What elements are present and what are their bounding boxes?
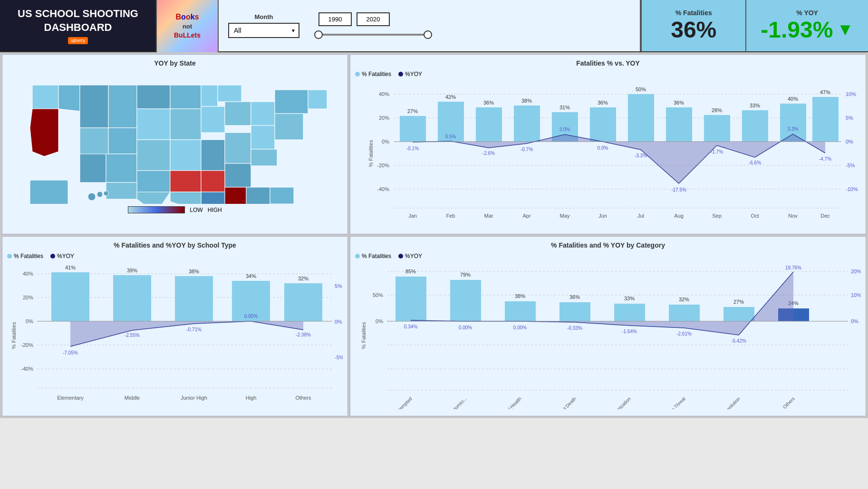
svg-text:Nov: Nov <box>788 213 798 219</box>
bar-victimization <box>614 304 645 321</box>
svg-text:85%: 85% <box>405 268 416 274</box>
svg-text:Dec: Dec <box>820 213 830 219</box>
svg-text:0%: 0% <box>846 139 853 144</box>
legend-dot-school-yoy <box>50 254 55 259</box>
svg-text:-5.42%: -5.42% <box>731 338 746 344</box>
svg-text:-2.61%: -2.61% <box>676 331 692 336</box>
bar-dec <box>812 97 839 142</box>
svg-text:28%: 28% <box>712 107 722 113</box>
svg-text:Junior High: Junior High <box>181 395 207 401</box>
year-slider[interactable] <box>318 30 428 39</box>
header-image: Books not BuLLets <box>157 0 219 52</box>
svg-text:-3.3%: -3.3% <box>635 153 647 158</box>
slider-thumb-right[interactable] <box>424 30 432 39</box>
svg-text:-5%: -5% <box>335 355 343 360</box>
svg-text:20%: 20% <box>379 115 389 121</box>
main-content: YOY by State <box>0 52 868 418</box>
bar-conflicts <box>723 307 754 321</box>
svg-text:-6.6%: -6.6% <box>749 160 761 165</box>
svg-text:-5%: -5% <box>846 163 855 168</box>
bar-others-school <box>284 283 322 321</box>
state-hi-2 <box>97 192 103 197</box>
legend-label-yoy: %YOY <box>405 71 422 77</box>
state-nj-ct <box>275 114 303 140</box>
svg-text:Jul: Jul <box>637 213 644 219</box>
year-from-input[interactable] <box>318 12 352 26</box>
slider-thumb-left[interactable] <box>314 30 323 39</box>
state-tn <box>201 171 225 192</box>
year-to-input[interactable] <box>357 12 390 26</box>
svg-text:38%: 38% <box>189 268 199 274</box>
svg-text:-1.7%: -1.7% <box>711 149 723 154</box>
yoy-stat: % YOY -1.93% ▼ <box>745 0 868 51</box>
svg-text:Jun: Jun <box>598 213 607 219</box>
map-legend-low: LOW <box>190 207 203 213</box>
svg-text:Others: Others <box>782 396 796 409</box>
svg-text:Aug: Aug <box>674 213 684 219</box>
svg-text:0.34%: 0.34% <box>404 324 417 329</box>
svg-text:50%: 50% <box>373 292 383 298</box>
svg-text:33%: 33% <box>750 103 760 108</box>
legend-fatalities: % Fatalities <box>355 71 391 77</box>
bar-suicide <box>395 277 426 321</box>
svg-text:40%: 40% <box>379 91 389 97</box>
title-panel: US SCHOOL SHOOTING DASHBOARD iaberry <box>0 0 157 51</box>
legend-dot-cat-fatalities <box>355 254 360 259</box>
legend-yoy: %YOY <box>398 71 422 77</box>
bar-sep <box>704 115 730 142</box>
legend-label-school-fatalities: % Fatalities <box>14 253 43 259</box>
svg-text:Sep: Sep <box>712 213 722 219</box>
svg-text:-40%: -40% <box>21 366 33 372</box>
legend-dot-cat-yoy <box>398 254 403 259</box>
state-id2 <box>108 128 137 154</box>
state-ks <box>137 140 170 171</box>
state-ia <box>170 109 201 140</box>
legend-dot-fatalities <box>355 72 360 77</box>
svg-text:40%: 40% <box>788 96 798 102</box>
svg-text:0.0%: 0.0% <box>598 145 608 151</box>
svg-text:-0.71%: -0.71% <box>186 327 202 332</box>
legend-label-cat-yoy: %YOY <box>405 253 422 259</box>
svg-text:38%: 38% <box>515 293 525 299</box>
bar-middle <box>113 275 151 321</box>
svg-text:-2.55%: -2.55% <box>125 333 140 338</box>
bar-jan <box>400 116 426 142</box>
bar-elementary <box>51 272 89 321</box>
map-legend-bar <box>128 206 185 213</box>
svg-text:-0.1%: -0.1% <box>406 146 419 151</box>
legend-cat-fatalities: % Fatalities <box>355 253 391 259</box>
fatalities-yoy-panel: Fatalities % vs. YOY % Fatalities %YOY <box>350 54 866 234</box>
month-select[interactable]: All JanuaryFebruaryMarch AprilMayJune Ju… <box>228 23 299 38</box>
svg-text:36%: 36% <box>674 100 684 105</box>
svg-text:-17.5%: -17.5% <box>671 187 686 192</box>
svg-text:Jan: Jan <box>408 213 417 219</box>
state-md-de <box>251 149 277 166</box>
svg-text:36%: 36% <box>598 100 608 105</box>
month-select-wrapper: All JanuaryFebruaryMarch AprilMayJune Ju… <box>228 23 299 38</box>
state-wi <box>201 85 218 106</box>
svg-text:Feb: Feb <box>446 213 455 219</box>
state-il <box>201 106 225 133</box>
legend-label-fatalities: % Fatalities <box>362 71 391 77</box>
svg-text:32%: 32% <box>298 276 309 281</box>
fatalities-stat: % Fatalities 36% <box>641 0 745 51</box>
state-ky <box>201 140 225 171</box>
state-hi-1 <box>88 193 96 201</box>
svg-text:May: May <box>560 213 570 219</box>
svg-text:38%: 38% <box>521 98 532 104</box>
map-legend-high: HIGH <box>208 207 222 213</box>
state-nd <box>137 85 170 109</box>
legend-cat-yoy: %YOY <box>398 253 422 259</box>
bar-mental <box>505 301 536 321</box>
legend-label-cat-fatalities: % Fatalities <box>362 253 391 259</box>
state-wv-va <box>225 163 251 187</box>
svg-text:27%: 27% <box>733 299 744 305</box>
svg-text:% Fatalities: % Fatalities <box>368 140 374 167</box>
fatalities-yoy-chart-wrapper: 40% 20% 0% -20% -40% % Fatalities 10% 5%… <box>355 80 861 229</box>
bar-jun <box>590 107 616 142</box>
svg-text:41%: 41% <box>65 265 76 270</box>
svg-text:27%: 27% <box>407 108 418 114</box>
state-hi-3 <box>104 191 108 196</box>
svg-text:High: High <box>246 395 257 401</box>
state-ny <box>275 90 308 114</box>
